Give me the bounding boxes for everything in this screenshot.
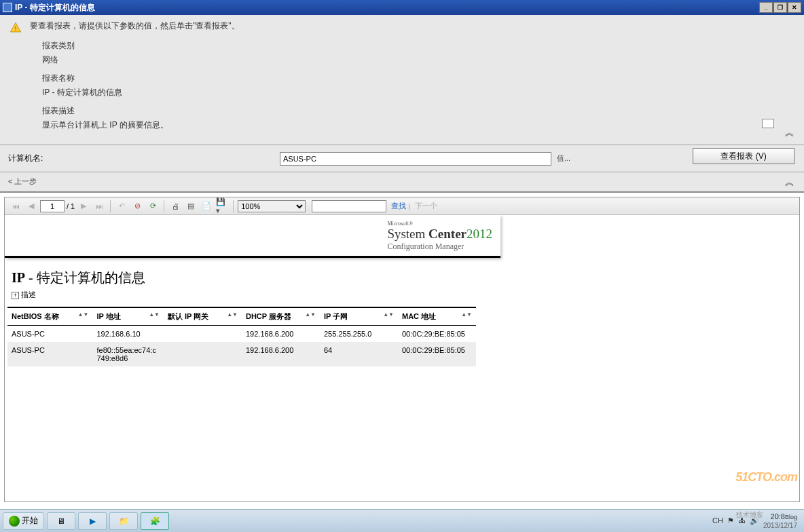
parameters-bar: 计算机名: 值... 查看报表 (V) [0, 145, 804, 172]
expand-icon[interactable]: + [12, 292, 19, 299]
server-icon: 🖥 [57, 516, 65, 526]
collapse-info-icon[interactable]: ︽ [785, 127, 794, 139]
collapse-params-icon[interactable]: ︽ [785, 176, 794, 189]
taskbar-app-4[interactable]: 🧩 [141, 512, 169, 530]
tray-flag-icon[interactable]: ⚑ [727, 516, 734, 525]
category-value: 网络 [42, 54, 796, 66]
col-subnet[interactable]: IP 子网▲▼ [320, 307, 398, 326]
col-mac[interactable]: MAC 地址▲▼ [398, 307, 476, 326]
page-total: / 1 [67, 202, 75, 210]
find-next-link[interactable]: 下一个 [415, 201, 437, 211]
computer-name-input[interactable] [280, 152, 551, 166]
back-link[interactable]: < 上一步 [8, 177, 37, 185]
minimize-button[interactable]: _ [759, 2, 773, 13]
report-info-panel: ! 要查看报表，请提供以下参数的值，然后单击"查看报表"。 报表类别 网络 报表… [0, 15, 804, 145]
print-icon[interactable]: 🖨 [168, 200, 182, 213]
maximize-button[interactable]: ❐ [773, 2, 787, 13]
tray-blog: 技术博客 [736, 510, 763, 520]
viewer-toolbar: ⏮ ◀ / 1 ▶ ⏭ ↶ ⊘ ⟳ 🖨 ▤ 📄 💾▾ 100% 查找 | 下一个 [5, 197, 799, 215]
value-picker-label[interactable]: 值... [557, 153, 570, 164]
zoom-select[interactable]: 100% [238, 200, 306, 212]
last-page-icon[interactable]: ⏭ [92, 200, 106, 213]
window-title: IP - 特定计算机的信息 [15, 2, 95, 14]
page-setup-icon[interactable]: 📄 [200, 200, 213, 213]
panel-mini-icon[interactable] [762, 119, 774, 128]
window-titlebar: IP - 特定计算机的信息 _ ❐ ✕ [0, 0, 804, 15]
tray-date: 2013/12/17 [763, 522, 797, 529]
next-page-icon[interactable]: ▶ [77, 200, 90, 213]
name-label: 报表名称 [42, 73, 796, 84]
view-report-button[interactable]: 查看报表 (V) [693, 148, 794, 164]
sccm-icon: 🧩 [150, 516, 160, 526]
col-ip[interactable]: IP 地址▲▼ [92, 307, 164, 326]
start-orb-icon [9, 516, 20, 527]
results-table: NetBIOS 名称▲▼ IP 地址▲▼ 默认 IP 网关▲▼ DHCP 服务器… [7, 307, 476, 366]
banner-sub: Configuration Manager [387, 242, 492, 252]
desc-label: 报表描述 [42, 105, 796, 117]
start-button[interactable]: 开始 [3, 512, 44, 530]
export-icon[interactable]: 💾▾ [215, 200, 229, 213]
app-icon [3, 3, 12, 12]
col-dhcp[interactable]: DHCP 服务器▲▼ [242, 307, 320, 326]
system-tray: CH ⚑ 🖧 🔊 20:8Blog 2013/12/17 技术博客 [712, 512, 801, 529]
close-button[interactable]: ✕ [788, 2, 801, 13]
report-viewer: ⏮ ◀ / 1 ▶ ⏭ ↶ ⊘ ⟳ 🖨 ▤ 📄 💾▾ 100% 查找 | 下一个… [4, 197, 800, 502]
stop-icon[interactable]: ⊘ [130, 200, 144, 213]
back-parent-icon[interactable]: ↶ [115, 200, 128, 213]
taskbar-app-2[interactable]: ▶ [78, 512, 107, 530]
page-input[interactable] [40, 200, 65, 212]
banner-ms: Microsoft® [387, 221, 492, 227]
col-gateway[interactable]: 默认 IP 网关▲▼ [164, 307, 242, 326]
taskbar: 开始 🖥 ▶ 📁 🧩 CH ⚑ 🖧 🔊 20:8Blog 2013/12/17 … [0, 509, 804, 532]
product-banner: Microsoft® System Center2012 Configurati… [5, 215, 500, 258]
watermark: 51CTO.com [735, 470, 797, 484]
ime-indicator[interactable]: CH [712, 516, 723, 525]
description-toggle[interactable]: +描述 [5, 288, 799, 307]
tray-time: 20:8Blog [771, 512, 797, 520]
explorer-icon: 📁 [119, 516, 129, 526]
category-label: 报表类别 [42, 40, 796, 52]
table-row[interactable]: ASUS-PCfe80::55ea:ec74:c749:e8d6192.168.… [7, 342, 476, 366]
warning-icon: ! [10, 22, 22, 34]
navigation-bar: < 上一步 ︽ [0, 172, 804, 193]
name-value: IP - 特定计算机的信息 [42, 87, 796, 98]
refresh-icon[interactable]: ⟳ [146, 200, 160, 213]
col-netbios[interactable]: NetBIOS 名称▲▼ [7, 307, 92, 326]
param-label: 计算机名: [8, 153, 56, 164]
taskbar-app-3[interactable]: 📁 [109, 512, 138, 530]
table-row[interactable]: ASUS-PC192.168.6.10192.168.6.200255.255.… [7, 326, 476, 343]
layout-icon[interactable]: ▤ [184, 200, 198, 213]
svg-text:!: ! [15, 25, 17, 32]
report-title: IP - 特定计算机的信息 [5, 265, 799, 288]
report-body: Microsoft® System Center2012 Configurati… [5, 215, 799, 501]
prev-page-icon[interactable]: ◀ [24, 200, 38, 213]
powershell-icon: ▶ [90, 516, 96, 526]
taskbar-app-1[interactable]: 🖥 [47, 512, 75, 530]
first-page-icon[interactable]: ⏮ [9, 200, 22, 213]
table-header-row: NetBIOS 名称▲▼ IP 地址▲▼ 默认 IP 网关▲▼ DHCP 服务器… [7, 307, 476, 326]
desc-value: 显示单台计算机上 IP 的摘要信息。 [42, 119, 796, 131]
find-link[interactable]: 查找 [391, 201, 406, 211]
info-message: 要查看报表，请提供以下参数的值，然后单击"查看报表"。 [30, 20, 796, 32]
search-input[interactable] [312, 200, 386, 212]
